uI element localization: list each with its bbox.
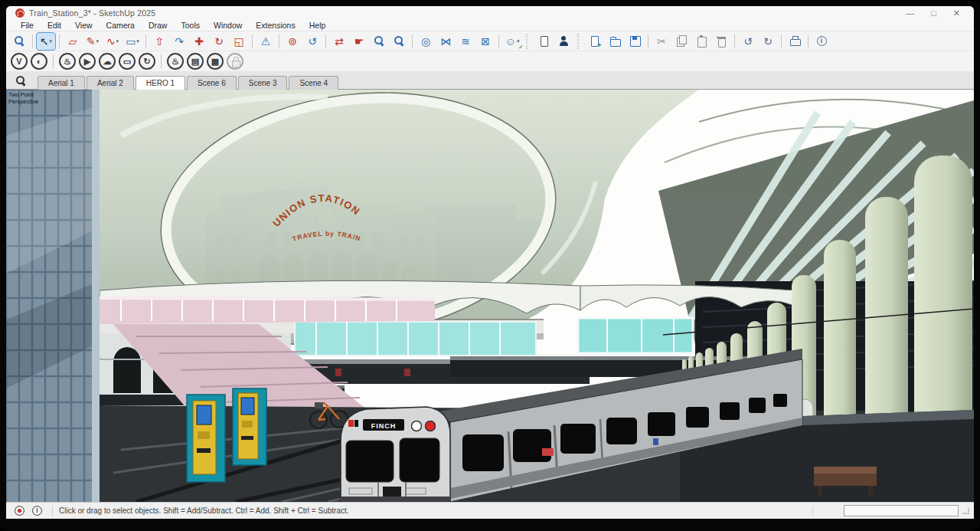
new-model-icon[interactable] xyxy=(534,33,553,50)
arc-icon[interactable]: ∿▾ xyxy=(103,33,122,50)
dropdown-caret-icon[interactable]: ▾ xyxy=(96,38,100,44)
follow-me-icon[interactable]: ↷ xyxy=(170,33,188,50)
select-icon[interactable]: ↖▾ xyxy=(37,33,55,50)
viewport-render-icon[interactable]: ▤ xyxy=(187,53,204,70)
look-around-icon[interactable]: ⇄ xyxy=(330,33,348,50)
render-cloud-icon[interactable]: ☁ xyxy=(99,53,116,70)
render-lock-icon[interactable] xyxy=(227,53,243,70)
section-plane-glyph: ◎ xyxy=(421,36,430,47)
new-icon[interactable] xyxy=(586,33,604,50)
line-icon[interactable]: ✎▾ xyxy=(83,33,102,50)
open-glyph xyxy=(609,35,621,47)
zoom-icon[interactable] xyxy=(370,33,388,50)
scene-tabs-bar: Aerial 1Aerial 2HERO 1Scene 6Scene 3Scen… xyxy=(6,72,974,90)
scene-tab-scene-3[interactable]: Scene 3 xyxy=(238,76,288,90)
toolbar-separator xyxy=(498,34,499,48)
section-plane-icon[interactable]: ◎ xyxy=(416,33,435,50)
zoom-extents-icon[interactable] xyxy=(390,33,408,50)
scene-tab-aerial-2[interactable]: Aerial 2 xyxy=(87,76,134,90)
help-info-icon[interactable] xyxy=(32,506,42,516)
rotate-icon[interactable]: ↻ xyxy=(210,33,228,50)
save-icon[interactable] xyxy=(626,33,644,50)
scene-tab-scene-4[interactable]: Scene 4 xyxy=(289,76,338,90)
undo-icon[interactable]: ↺ xyxy=(739,33,757,50)
paste-icon[interactable] xyxy=(692,33,710,50)
model-viewport[interactable]: Two Point Perspective xyxy=(6,90,974,502)
asset-editor-glyph: ◐ xyxy=(37,57,42,66)
scene-tab-scene-6[interactable]: Scene 6 xyxy=(187,76,237,90)
rectangle-glyph: ▭ xyxy=(126,36,136,47)
menu-help[interactable]: Help xyxy=(302,21,333,30)
menu-camera[interactable]: Camera xyxy=(100,21,142,30)
profile-icon[interactable] xyxy=(554,33,573,50)
toolbar-drag-handle xyxy=(577,34,581,49)
section-fill-glyph: ≋ xyxy=(461,36,470,47)
search-glyph xyxy=(14,35,25,47)
section-planes-toggle-icon[interactable]: ⊠ xyxy=(476,33,495,50)
toolbar-separator xyxy=(279,34,279,48)
menu-draw[interactable]: Draw xyxy=(142,21,175,30)
section-cuts-icon[interactable]: ⋈ xyxy=(436,33,455,50)
follow-me-glyph: ↷ xyxy=(175,36,184,47)
scene-tab-hero-1[interactable]: HERO 1 xyxy=(136,76,185,90)
menu-view[interactable]: View xyxy=(68,21,100,30)
eraser-glyph: ▱ xyxy=(69,36,77,47)
refresh-textures-icon[interactable]: ↻ xyxy=(139,53,155,70)
menu-window[interactable]: Window xyxy=(207,21,249,30)
rectangle-icon[interactable]: ▭▾ xyxy=(123,33,142,50)
toolbar-separator xyxy=(648,34,648,48)
dropdown-caret-icon[interactable]: ▾ xyxy=(116,38,119,44)
model-info-icon[interactable] xyxy=(812,33,831,50)
render-interactive-icon[interactable]: ▶ xyxy=(79,53,96,70)
frame-buffer-icon[interactable]: ▭ xyxy=(119,53,136,70)
window-title: Train_Station_3* - SketchUp 2025 xyxy=(29,8,155,18)
delete-icon[interactable] xyxy=(712,33,730,50)
maximize-button[interactable]: □ xyxy=(931,9,936,18)
print-icon[interactable] xyxy=(786,33,804,50)
sign-in-icon[interactable]: ☺✓▾ xyxy=(503,33,521,50)
scale-icon[interactable]: ◱ xyxy=(230,33,248,50)
orbit-icon[interactable]: ↺ xyxy=(303,33,322,50)
redo-icon[interactable]: ↻ xyxy=(759,33,777,50)
close-button[interactable]: ✕ xyxy=(953,9,960,18)
measurements-input[interactable] xyxy=(844,505,959,516)
cut-icon[interactable]: ✂ xyxy=(652,33,671,50)
menu-file[interactable]: File xyxy=(14,21,41,30)
minimize-button[interactable]: — xyxy=(906,9,914,18)
vray-logo-icon[interactable]: V xyxy=(11,53,28,70)
copy-glyph xyxy=(676,35,688,47)
pan-glyph: ☛ xyxy=(354,36,364,47)
model-warnings-icon[interactable]: ⚠ xyxy=(256,33,275,50)
eraser-icon[interactable]: ▱ xyxy=(64,33,82,50)
orbit-glyph: ↺ xyxy=(308,36,317,47)
main-toolbar: ↖▾▱✎▾∿▾▭▾⇧↷✚↻◱⚠⊚↺⇄☛◎⋈≋⊠☺✓▾✂↺↻ xyxy=(6,31,974,51)
search-icon[interactable] xyxy=(10,33,28,50)
asset-editor-icon[interactable]: ◐ xyxy=(31,53,47,70)
dropdown-caret-icon[interactable]: ▾ xyxy=(50,38,53,44)
menu-bar: FileEditViewCameraDrawToolsWindowExtensi… xyxy=(6,20,974,31)
dropdown-caret-icon[interactable]: ▾ xyxy=(136,38,139,44)
scene-search-icon[interactable] xyxy=(15,75,27,87)
section-cuts-glyph: ⋈ xyxy=(440,36,451,47)
status-bar: Click or drag to select objects. Shift =… xyxy=(6,502,974,519)
interactive-viewport-render-icon[interactable]: ♨ xyxy=(167,53,184,70)
menu-tools[interactable]: Tools xyxy=(174,21,207,30)
render-glyph: ♨ xyxy=(64,57,71,66)
open-icon[interactable] xyxy=(606,33,624,50)
push-pull-icon[interactable]: ⇧ xyxy=(150,33,168,50)
move-icon[interactable]: ✚ xyxy=(190,33,208,50)
batch-render-icon[interactable]: ▦ xyxy=(207,53,224,70)
dropdown-caret-icon[interactable]: ▾ xyxy=(517,38,520,44)
paste-glyph xyxy=(696,35,707,47)
toolbar-separator xyxy=(734,34,735,48)
undo-glyph: ↺ xyxy=(743,36,753,47)
geolocation-icon[interactable] xyxy=(15,506,24,516)
menu-extensions[interactable]: Extensions xyxy=(249,21,302,30)
copy-icon[interactable] xyxy=(672,33,691,50)
section-fill-icon[interactable]: ≋ xyxy=(456,33,475,50)
menu-edit[interactable]: Edit xyxy=(41,21,68,30)
scene-tab-aerial-1[interactable]: Aerial 1 xyxy=(38,76,85,90)
pan-icon[interactable]: ☛ xyxy=(350,33,368,50)
render-icon[interactable]: ♨ xyxy=(59,53,76,70)
position-camera-icon[interactable]: ⊚ xyxy=(283,33,302,50)
